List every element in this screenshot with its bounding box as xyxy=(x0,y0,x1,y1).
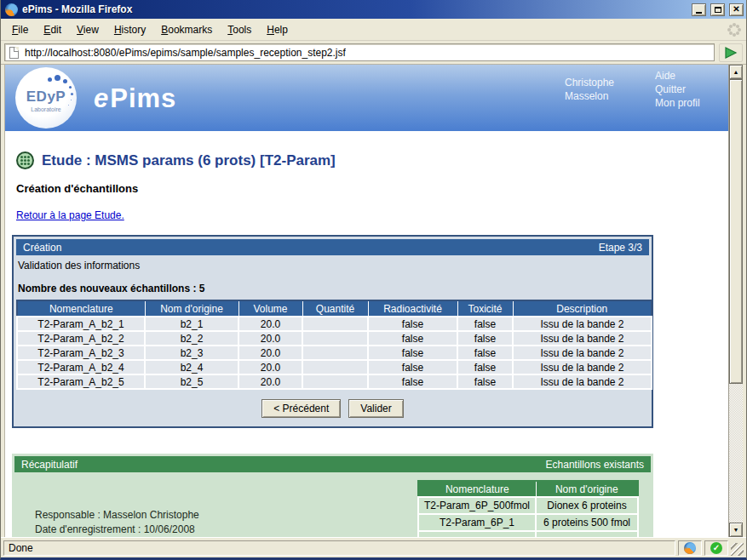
maximize-button[interactable] xyxy=(710,3,725,16)
menu-tools[interactable]: Tools xyxy=(220,21,259,38)
scroll-down-button[interactable]: ▼ xyxy=(729,523,743,537)
cell: false xyxy=(368,317,457,331)
security-status-well: ✓ xyxy=(704,540,728,556)
minimize-button[interactable] xyxy=(692,3,706,16)
col-toxicite: Toxicité xyxy=(457,300,513,317)
scroll-up-button[interactable]: ▲ xyxy=(729,65,743,79)
cell: T2-Param_A_b2_5 xyxy=(17,374,145,389)
validate-button[interactable]: Valider xyxy=(348,399,403,418)
cell: false xyxy=(457,374,513,389)
cell xyxy=(302,374,368,389)
edyp-logo: EDyP Laboratoire xyxy=(15,67,77,129)
header-links: Aide Quitter Mon profil xyxy=(655,69,700,110)
epims-brand: e Pims xyxy=(94,83,176,114)
menu-file[interactable]: File xyxy=(4,21,36,38)
cell: false xyxy=(368,360,457,374)
go-button[interactable] xyxy=(719,43,743,62)
sample-count-label: Nombre des nouveaux échantillons : 5 xyxy=(16,271,649,300)
cell: false xyxy=(457,317,513,331)
cell: T2-Param_6P_1 xyxy=(418,514,536,531)
creation-panel-title: Création xyxy=(23,242,61,254)
scrollbar-track[interactable] xyxy=(729,79,743,523)
cell: b2_3 xyxy=(145,346,238,360)
link-mon-profil[interactable]: Mon profil xyxy=(655,96,700,110)
table-row xyxy=(418,531,638,537)
cell: 20.0 xyxy=(238,331,302,346)
menu-help[interactable]: Help xyxy=(259,21,296,38)
previous-button[interactable]: < Précédent xyxy=(261,399,341,418)
window-frame-edge xyxy=(743,65,746,537)
cell: T2-Param_A_b2_2 xyxy=(17,331,145,346)
web-page: EDyP Laboratoire e Pims Christophe Masse… xyxy=(4,65,728,537)
col-description: Description xyxy=(513,300,652,317)
close-button[interactable]: ✕ xyxy=(729,3,744,16)
recap-title: Récapitulatif xyxy=(21,459,78,471)
menu-view[interactable]: View xyxy=(69,21,106,38)
existing-samples-table: Nomenclature Nom d'origine T2-Param_6P_5… xyxy=(417,480,639,537)
check-circle-icon: ✓ xyxy=(710,542,722,554)
brand-rest: Pims xyxy=(110,83,176,114)
edyp-logo-subtext: Laboratoire xyxy=(31,106,60,112)
status-bar: Done ✓ xyxy=(1,537,746,557)
cell: b2_2 xyxy=(145,331,238,346)
cell: false xyxy=(457,360,513,374)
back-to-study-link[interactable]: Retour à la page Etude. xyxy=(16,209,124,221)
close-icon: ✕ xyxy=(733,5,739,14)
cell: T2-Param_6P_500fmol xyxy=(418,497,536,514)
firefox-icon xyxy=(684,542,696,554)
cell: Issu de la bande 2 xyxy=(513,346,652,360)
table-row: T2-Param_6P_500fmol Dionex 6 proteins xyxy=(418,497,638,514)
registration-date-label: Date d'enregistrement : 10/06/2008 xyxy=(35,523,199,537)
edyp-logo-text: EDyP xyxy=(26,89,66,106)
cell: false xyxy=(368,346,457,360)
col-nomenclature: Nomenclature xyxy=(17,300,145,317)
cell xyxy=(302,331,368,346)
url-input[interactable]: http://localhost:8080/ePims/epims/sample… xyxy=(4,43,715,61)
link-aide[interactable]: Aide xyxy=(655,69,700,83)
table-row: T2-Param_A_b2_4 b2_4 20.0 false false Is… xyxy=(17,360,652,374)
cell: Dionex 6 proteins xyxy=(536,497,638,514)
cell: b2_5 xyxy=(145,374,238,389)
menu-bookmarks[interactable]: Bookmarks xyxy=(153,21,220,38)
page-icon xyxy=(9,47,19,59)
cell: T2-Param_A_b2_1 xyxy=(17,317,145,331)
cell: b2_4 xyxy=(145,360,238,374)
wizard-buttons: < Précédent Valider xyxy=(16,399,649,418)
menu-edit[interactable]: Edit xyxy=(36,21,69,38)
menu-bar: File Edit View History Bookmarks Tools H… xyxy=(1,19,746,41)
scrollbar-thumb[interactable] xyxy=(729,79,743,384)
cell: b2_1 xyxy=(145,317,238,331)
firefox-status-well xyxy=(678,540,702,556)
vertical-scrollbar[interactable]: ▲ ▼ xyxy=(728,65,743,537)
window-titlebar[interactable]: ePims - Mozilla Firefox ✕ xyxy=(1,0,746,19)
table-header-row: Nomenclature Nom d'origine xyxy=(418,481,638,497)
maximize-icon xyxy=(715,7,721,13)
throbber-icon xyxy=(733,28,736,31)
url-text: http://localhost:8080/ePims/epims/sample… xyxy=(25,47,346,59)
study-heading: Etude : MSMS params (6 prots) [T2-Param] xyxy=(16,151,728,169)
table-row: T2-Param_A_b2_5 b2_5 20.0 false false Is… xyxy=(17,374,652,389)
col-quantite: Quantité xyxy=(302,300,368,317)
browser-window: ePims - Mozilla Firefox ✕ File Edit View… xyxy=(0,0,747,560)
cell: Issu de la bande 2 xyxy=(513,374,652,389)
cell: false xyxy=(368,331,457,346)
col-nomenclature: Nomenclature xyxy=(418,481,536,497)
address-bar: http://localhost:8080/ePims/epims/sample… xyxy=(1,41,746,65)
cell: 20.0 xyxy=(238,360,302,374)
col-nom-origine: Nom d'origine xyxy=(536,481,638,497)
validation-label: Validation des informations xyxy=(16,255,649,271)
firefox-icon xyxy=(5,3,18,16)
study-title: Etude : MSMS params (6 prots) [T2-Param] xyxy=(42,152,336,169)
section-title: Création d'échantillons xyxy=(16,182,728,195)
menu-history[interactable]: History xyxy=(106,21,153,38)
cell: T2-Param_A_b2_3 xyxy=(17,346,145,360)
study-plate-icon xyxy=(16,151,34,169)
resize-grip[interactable] xyxy=(731,543,744,556)
creation-panel-titlebar: Création Etape 3/3 xyxy=(16,239,649,255)
link-quitter[interactable]: Quitter xyxy=(655,83,700,96)
table-header-row: Nomenclature Nom d'origine Volume Quanti… xyxy=(17,300,652,317)
status-text: Done xyxy=(3,540,675,556)
cell: Issu de la bande 2 xyxy=(513,331,652,346)
brand-e: e xyxy=(94,83,108,114)
col-radioactivite: Radioactivité xyxy=(368,300,457,317)
